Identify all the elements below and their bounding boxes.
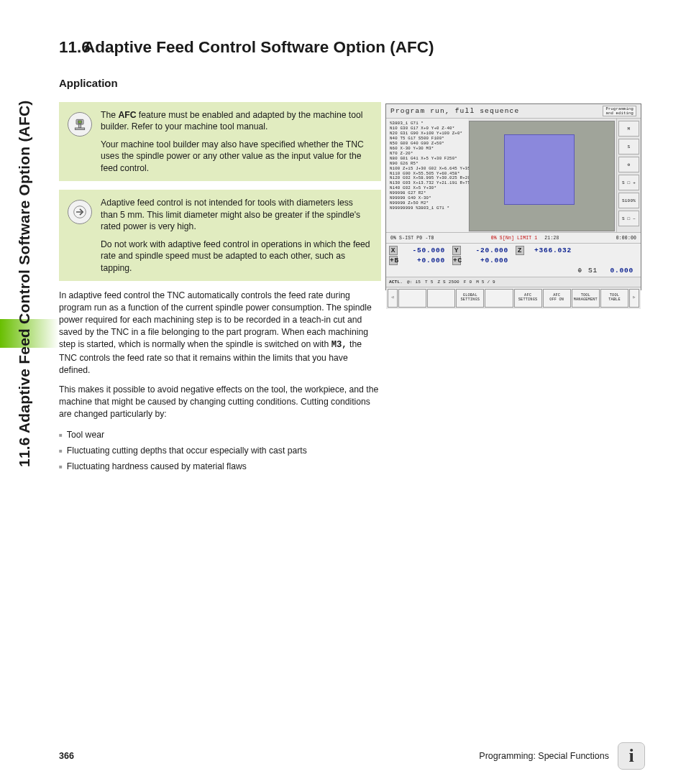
sk-1[interactable]: [427, 289, 455, 308]
note2-p1: Adaptive feed control is not intended fo…: [101, 197, 372, 232]
sk-tool-table[interactable]: TOOL TABLE: [600, 289, 628, 308]
page-number: 366: [59, 751, 74, 761]
arrow-right-icon: [68, 200, 92, 224]
cnc-mode-button[interactable]: Programming and editing: [603, 106, 636, 116]
cnc-graphic-view: [469, 121, 615, 231]
footer-label: Programming: Special Functions: [479, 751, 609, 761]
sk-3[interactable]: [485, 289, 513, 308]
svg-rect-1: [78, 121, 82, 123]
note1-p2: Your machine tool builder may also have …: [101, 139, 372, 174]
cnc-rbtn-plus[interactable]: S □ +: [618, 175, 639, 190]
sk-tool-mgmt[interactable]: TOOL MANAGEMENT: [572, 289, 600, 308]
cnc-status-time: 21:28: [544, 236, 559, 241]
cnc-rbtn-m[interactable]: M: [618, 121, 639, 137]
body-p2: This makes it possible to avoid negative…: [59, 384, 381, 420]
info-icon: i: [618, 742, 645, 770]
axis-label-x: X: [389, 246, 398, 255]
axis-val-b: +0.000: [401, 257, 449, 264]
note2-p2: Do not work with adaptive feed control i…: [101, 239, 372, 274]
cnc-nc-code: %3803_1 G71 * N10 G30 G17 X+0 Y+0 Z-40* …: [386, 119, 468, 232]
cnc-actl: ACTL.: [389, 280, 403, 285]
section-title-text: Adaptive Feed Control Software Option (A…: [83, 38, 434, 56]
page-content: 11.6Adaptive Feed Control Software Optio…: [59, 37, 641, 475]
bullet-item: Tool wear: [59, 428, 381, 443]
sk-0[interactable]: [398, 289, 426, 308]
note-caution: Adaptive feed control is not intended fo…: [59, 190, 381, 281]
note1-p1: The AFC feature must be enabled and adap…: [101, 109, 372, 133]
axis-label-s1: S1: [588, 267, 598, 275]
note-machine-builder: The AFC feature must be enabled and adap…: [59, 102, 381, 181]
svg-rect-3: [75, 128, 84, 130]
bullet-item: Fluctuating cutting depths that occur es…: [59, 443, 381, 459]
cnc-rbtn-minus[interactable]: S □ −: [618, 211, 639, 226]
svg-rect-2: [78, 124, 81, 128]
axis-label-c: +C: [452, 256, 461, 265]
section-heading: 11.6Adaptive Feed Control Software Optio…: [83, 37, 641, 57]
axis-val-z: +366.032: [527, 246, 576, 254]
sk-afc-settings[interactable]: AFC SETTINGS: [514, 289, 542, 308]
cnc-screenshot: Program run, full sequence Programming a…: [385, 103, 641, 290]
axis-label-b: +B: [389, 256, 398, 265]
cnc-workpiece: [504, 134, 575, 205]
sk-global-settings[interactable]: GLOBAL SETTINGS: [456, 289, 484, 308]
cnc-status-left: 0% S-IST P0 -T0: [390, 236, 434, 241]
cnc-b-c: Z S 2500: [437, 280, 459, 285]
sk-afc-toggle[interactable]: AFC OFF ON: [543, 289, 571, 308]
axis-val-c: +0.000: [464, 257, 513, 264]
section-number: 11.6: [59, 37, 83, 57]
bullet-list: Tool wear Fluctuating cutting depths tha…: [59, 428, 381, 475]
cnc-status-mid: 0% S[Nn] LIMIT 1: [491, 236, 538, 241]
sk-next[interactable]: ▷: [629, 289, 639, 308]
axis-val-x: -50.000: [401, 246, 449, 254]
axis-val-s1: 0.000: [603, 267, 638, 275]
cnc-rbtn-s[interactable]: S: [618, 139, 639, 155]
bullet-item: Fluctuating hardness caused by material …: [59, 459, 381, 475]
cnc-rbtn-tool[interactable]: ⚙: [618, 157, 639, 172]
cnc-b-b: T 5: [425, 280, 433, 285]
cnc-b-d: F 0: [464, 280, 472, 285]
body-p1: In adaptive feed control the TNC automat…: [59, 290, 381, 377]
machine-icon: [68, 112, 92, 137]
cnc-b-a: @: 15: [407, 280, 421, 285]
side-tab: 11.6 Adaptive Feed Control Software Opti…: [9, 22, 40, 467]
application-subhead: Application: [59, 77, 641, 89]
axis-label-z: Z: [516, 246, 524, 255]
cnc-right-buttons: M S ⚙ S □ + S100% S □ −: [616, 119, 641, 232]
page-footer: 366 Programming: Special Functions i: [59, 742, 645, 770]
sk-prev[interactable]: ◁: [388, 289, 398, 308]
axis-label-y: Y: [452, 246, 461, 255]
cnc-softkeys: ◁ GLOBAL SETTINGS AFC SETTINGS AFC OFF O…: [386, 287, 641, 309]
cnc-rbtn-s100[interactable]: S100%: [618, 193, 639, 208]
cnc-clock: 0:00:00: [616, 236, 636, 241]
cnc-coords: X-50.000 Y-20.000 Z+366.032 +B+0.000 +C+…: [386, 244, 641, 277]
axis-val-y: -20.000: [464, 246, 513, 254]
cnc-b-e: M 5 / 9: [476, 280, 495, 285]
cnc-title: Program run, full sequence: [390, 107, 519, 115]
